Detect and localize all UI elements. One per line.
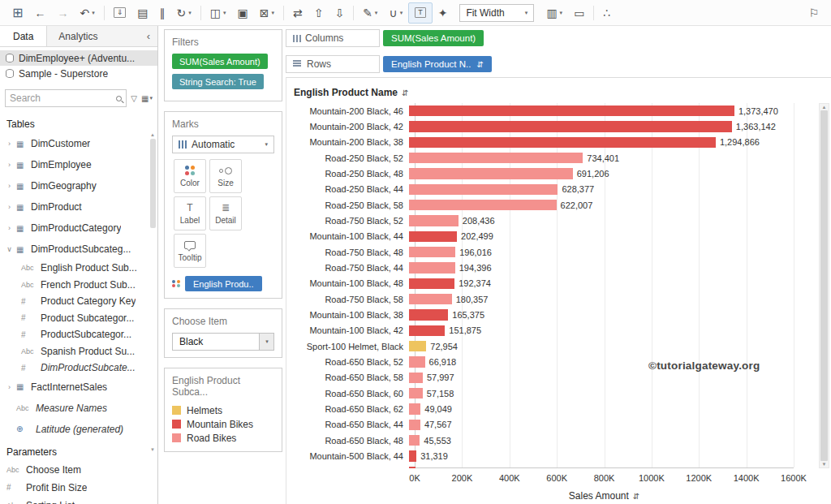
mark-type-select[interactable]: Automatic ▾ (172, 136, 274, 153)
bar[interactable] (409, 137, 716, 148)
bar-label[interactable]: Road-250 Black, 58 (286, 200, 409, 210)
x-axis[interactable]: 0K200K400K600K800K1000K1200K1400K1600K (415, 473, 794, 485)
marks-button-tooltip[interactable]: Tooltip (174, 234, 206, 268)
field-item[interactable]: #Product Subcategor... (0, 310, 157, 327)
bar[interactable] (409, 325, 445, 336)
filter-pill-string-search[interactable]: String Search: True (172, 74, 264, 89)
legend-item[interactable]: Road Bikes (172, 431, 274, 445)
rows-pill-english-product-name[interactable]: English Product N.. ⇵ (383, 56, 492, 72)
sort-icon[interactable]: ⇵ (402, 88, 408, 97)
table-item[interactable]: ›▦DimGeography (0, 175, 157, 196)
marks-button-size[interactable]: Size (209, 159, 242, 193)
new-worksheet-icon[interactable]: ◫▾ (205, 2, 232, 24)
collapse-pane-icon[interactable]: ‹ (140, 26, 157, 46)
bar-label[interactable]: Road-750 Black, 58 (286, 295, 409, 304)
bar-label[interactable]: Mountain-200 Black, 46 (286, 106, 409, 116)
field-item[interactable]: ⊕Latitude (generated) (0, 419, 157, 440)
bar[interactable] (409, 341, 426, 351)
group-members-icon[interactable]: ∪▾ (383, 2, 408, 24)
legend-item[interactable]: Mountain Bikes (172, 417, 274, 431)
bar[interactable] (409, 153, 583, 163)
field-item[interactable]: AbcSorting List (0, 497, 157, 504)
bar-label[interactable]: Road-250 Black, 48 (286, 169, 409, 179)
bar[interactable] (409, 403, 420, 414)
bar[interactable] (409, 121, 732, 131)
expander-icon[interactable]: › (5, 203, 14, 211)
tab-data[interactable]: Data (0, 26, 47, 46)
x-axis-title[interactable]: Sales Amount⇵ (415, 490, 794, 502)
new-datasource-icon[interactable]: ▤ (131, 2, 153, 24)
bar[interactable] (409, 356, 425, 367)
bar[interactable] (409, 420, 420, 430)
datasource-item[interactable]: DimEmployee+ (Adventu... (0, 50, 157, 66)
show-cards-icon[interactable]: ▥▾ (540, 2, 568, 24)
bar-label[interactable]: Mountain-200 Black, 38 (286, 137, 409, 147)
field-item[interactable]: #Product Category Key (0, 293, 157, 310)
marks-button-detail[interactable]: ≣Detail (209, 196, 242, 230)
field-item[interactable]: #ProductSubcategor... (0, 326, 157, 343)
bar[interactable] (409, 168, 573, 179)
field-item[interactable]: AbcSpanish Product Su... (0, 343, 157, 360)
scrollbar-track[interactable] (150, 137, 156, 447)
expander-icon[interactable]: › (5, 383, 14, 391)
bar-label[interactable]: Mountain-500 Black, 4 (286, 467, 409, 468)
field-item[interactable]: #Profit Bin Size (0, 479, 157, 497)
bar[interactable] (409, 215, 459, 226)
bar-label[interactable]: Road-650 Black, 62 (286, 404, 409, 414)
bar-label[interactable]: Mountain-200 Black, 42 (286, 122, 409, 131)
scroll-up-icon[interactable]: ▲ (822, 105, 827, 110)
field-item[interactable]: AbcMeasure Names (0, 398, 157, 419)
field-item[interactable]: AbcChoose Item (0, 461, 157, 479)
table-item[interactable]: ›▦DimCustomer (0, 133, 157, 154)
filter-pill-sum-sales-amount[interactable]: SUM(Sales Amount) (172, 54, 268, 69)
field-item[interactable]: AbcFrench Product Sub... (0, 277, 157, 294)
bar-label[interactable]: Road-750 Black, 44 (286, 263, 409, 273)
bar-label[interactable]: Road-650 Black, 52 (286, 357, 409, 367)
sort-icon[interactable]: ⇵ (633, 492, 639, 501)
pause-updates-icon[interactable]: ∥ (153, 2, 170, 24)
expander-icon[interactable]: › (5, 161, 14, 169)
bar[interactable] (409, 435, 420, 446)
clear-sheet-icon[interactable]: ⊠▾ (254, 2, 280, 24)
forward-icon[interactable]: → (51, 2, 74, 24)
bar-label[interactable]: Road-750 Black, 52 (286, 216, 409, 226)
marks-button-color[interactable]: Color (174, 159, 206, 193)
bar-label[interactable]: Mountain-100 Black, 44 (286, 231, 409, 241)
columns-shelf[interactable]: Columns (286, 29, 380, 47)
fit-width-select[interactable]: Fit Width▾ (459, 4, 534, 22)
table-item[interactable]: ›▦FactInternetSales (0, 377, 157, 398)
bar[interactable] (409, 388, 423, 398)
sort-descending-icon[interactable]: ⇩ (329, 2, 350, 24)
scroll-down-icon[interactable]: ▼ (150, 447, 155, 452)
bar[interactable] (409, 231, 457, 242)
table-item[interactable]: ›▦DimProductCategory (0, 218, 157, 239)
bar-label[interactable]: Road-750 Black, 48 (286, 248, 409, 257)
table-item[interactable]: ›▦DimEmployee (0, 154, 157, 175)
chart-scrollbar[interactable]: ▲ ▼ (819, 103, 829, 468)
tableau-logo-icon[interactable]: ⊞ (6, 2, 28, 24)
bar[interactable] (409, 184, 558, 195)
bar[interactable] (409, 309, 448, 320)
show-me-icon[interactable]: ⚐ (803, 2, 825, 24)
view-options-icon[interactable]: ▦ ▾ (141, 94, 153, 103)
bar-label[interactable]: Mountain-100 Black, 42 (286, 325, 409, 335)
bar[interactable] (409, 294, 452, 304)
marks-pill-english-product[interactable]: English Produ.. (185, 276, 262, 291)
columns-pill-sum-sales-amount[interactable]: SUM(Sales Amount) (383, 30, 484, 46)
show-mark-labels-icon[interactable]: T (408, 2, 433, 24)
refresh-icon[interactable]: ↻▾ (170, 2, 196, 24)
scrollbar-thumb[interactable] (150, 139, 156, 228)
rows-shelf[interactable]: Rows (286, 55, 380, 73)
replay-icon[interactable]: ↶▾ (74, 2, 100, 24)
expander-icon[interactable]: › (5, 224, 14, 232)
scroll-down-icon[interactable]: ▼ (822, 462, 827, 467)
bar[interactable] (409, 450, 416, 461)
dropdown-button[interactable]: ▾ (259, 334, 273, 350)
filter-fields-icon[interactable]: ▽ (131, 94, 137, 103)
expander-icon[interactable]: ∨ (5, 245, 14, 253)
save-icon[interactable]: ⇓ (108, 2, 132, 24)
table-item[interactable]: ∨▦DimProductSubcateg... (0, 239, 157, 260)
scrollbar-thumb[interactable] (820, 110, 828, 461)
share-icon[interactable]: ∴ (597, 2, 616, 24)
bar-label[interactable]: Sport-100 Helmet, Black (286, 342, 409, 351)
